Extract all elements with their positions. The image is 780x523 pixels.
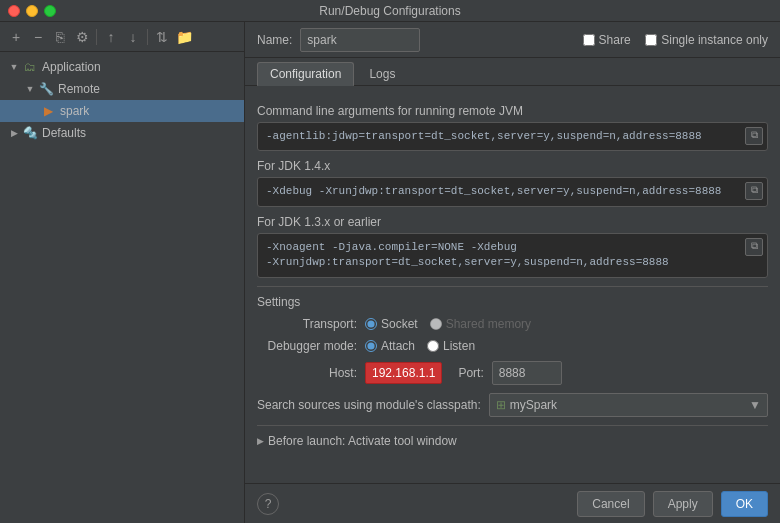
sidebar-item-defaults[interactable]: ▶ 🔩 Defaults [0,122,244,144]
copy-config-button[interactable]: ⎘ [50,27,70,47]
before-launch-expand-icon: ▶ [257,436,264,446]
module-icon: ⊞ [496,398,506,412]
host-value-text: 192.168.1.1 [372,366,435,380]
jdk13-args-text: -Xnoagent -Djava.compiler=NONE -Xdebug -… [266,241,669,268]
transport-socket-radio[interactable] [365,318,377,330]
help-button[interactable]: ? [257,493,279,515]
spark-label: spark [60,104,89,118]
separator-2 [147,29,148,45]
defaults-icon: 🔩 [22,125,38,141]
bottom-bar: ? Cancel Apply OK [245,483,780,523]
jvm-args-text: -agentlib:jdwp=transport=dt_socket,serve… [266,130,702,142]
expand-arrow-application: ▼ [8,61,20,73]
debugger-listen-radio[interactable] [427,340,439,352]
transport-shared-memory-radio [430,318,442,330]
host-label: Host: [257,366,357,380]
settings-button[interactable]: ⚙ [72,27,92,47]
copy-jvm-args-button[interactable]: ⧉ [745,127,763,145]
name-label: Name: [257,33,292,47]
copy-jdk13-button[interactable]: ⧉ [745,238,763,256]
debugger-attach-label: Attach [381,339,415,353]
remove-config-button[interactable]: − [28,27,48,47]
single-instance-checkbox[interactable] [645,34,657,46]
minimize-button[interactable] [26,5,38,17]
sidebar-item-spark[interactable]: ▶ spark [0,100,244,122]
before-launch-header[interactable]: ▶ Before launch: Activate tool window [257,434,768,448]
bottom-actions: Cancel Apply OK [577,491,768,517]
settings-title: Settings [257,295,768,309]
tab-configuration[interactable]: Configuration [257,62,354,86]
window-title: Run/Debug Configurations [319,4,460,18]
debugger-attach-radio[interactable] [365,340,377,352]
module-dropdown-icon: ▼ [749,398,761,412]
sort-button[interactable]: ⇅ [152,27,172,47]
window-controls[interactable] [8,5,56,17]
separator-1 [96,29,97,45]
close-button[interactable] [8,5,20,17]
module-classpath-label: Search sources using module's classpath: [257,398,481,412]
main-container: + − ⎘ ⚙ ↑ ↓ ⇅ 📁 ▼ 🗂 Application ▼ 🔧 Rem [0,22,780,523]
share-checkbox[interactable] [583,34,595,46]
move-down-button[interactable]: ↓ [123,27,143,47]
spark-icon: ▶ [40,103,56,119]
jdk13-label: For JDK 1.3.x or earlier [257,215,768,229]
transport-label: Transport: [257,317,357,331]
name-input[interactable] [300,28,420,52]
debugger-mode-label: Debugger mode: [257,339,357,353]
tab-logs[interactable]: Logs [356,62,408,86]
debugger-listen-label: Listen [443,339,475,353]
application-label: Application [42,60,101,74]
share-label-text: Share [599,33,631,47]
single-instance-label: Single instance only [661,33,768,47]
jvm-section-label: Command line arguments for running remot… [257,104,768,118]
folder-button[interactable]: 📁 [174,27,194,47]
transport-socket-label: Socket [381,317,418,331]
cancel-button[interactable]: Cancel [577,491,644,517]
add-config-button[interactable]: + [6,27,26,47]
module-select[interactable]: ⊞ mySpark ▼ [489,393,768,417]
share-section: Share Single instance only [583,33,768,47]
transport-radio-group: Socket Shared memory [365,317,531,331]
title-bar: Run/Debug Configurations [0,0,780,22]
debugger-listen-option[interactable]: Listen [427,339,475,353]
transport-shared-memory-option[interactable]: Shared memory [430,317,531,331]
jdk14-label: For JDK 1.4.x [257,159,768,173]
sidebar-toolbar: + − ⎘ ⚙ ↑ ↓ ⇅ 📁 [0,22,244,52]
sidebar: + − ⎘ ⚙ ↑ ↓ ⇅ 📁 ▼ 🗂 Application ▼ 🔧 Rem [0,22,245,523]
port-label: Port: [458,366,483,380]
remote-label: Remote [58,82,100,96]
expand-arrow-remote: ▼ [24,83,36,95]
before-launch-section: ▶ Before launch: Activate tool window [257,425,768,448]
remote-icon: 🔧 [38,81,54,97]
before-launch-label: Before launch: Activate tool window [268,434,457,448]
apply-button[interactable]: Apply [653,491,713,517]
debugger-mode-radio-group: Attach Listen [365,339,475,353]
maximize-button[interactable] [44,5,56,17]
sidebar-tree: ▼ 🗂 Application ▼ 🔧 Remote ▶ spark ▶ [0,52,244,523]
module-value-text: mySpark [510,398,557,412]
settings-section: Settings Transport: Socket Shared memory [257,286,768,385]
tabs-bar: Configuration Logs [245,58,780,86]
host-input[interactable]: 192.168.1.1 [365,362,442,384]
ok-button[interactable]: OK [721,491,768,517]
jvm-args-block: -agentlib:jdwp=transport=dt_socket,serve… [257,122,768,151]
application-icon: 🗂 [22,59,38,75]
transport-shared-memory-label: Shared memory [446,317,531,331]
debugger-mode-row: Debugger mode: Attach Listen [257,339,768,353]
transport-socket-option[interactable]: Socket [365,317,418,331]
defaults-label: Defaults [42,126,86,140]
copy-jdk14-button[interactable]: ⧉ [745,182,763,200]
expand-arrow-defaults: ▶ [8,127,20,139]
sidebar-item-application[interactable]: ▼ 🗂 Application [0,56,244,78]
jdk13-args-block: -Xnoagent -Djava.compiler=NONE -Xdebug -… [257,233,768,278]
debugger-attach-option[interactable]: Attach [365,339,415,353]
sidebar-item-remote[interactable]: ▼ 🔧 Remote [0,78,244,100]
transport-row: Transport: Socket Shared memory [257,317,768,331]
host-port-row: Host: 192.168.1.1 Port: [257,361,768,385]
right-panel: Name: Share Single instance only Configu… [245,22,780,523]
jdk14-args-text: -Xdebug -Xrunjdwp:transport=dt_socket,se… [266,185,721,197]
port-input[interactable] [492,361,562,385]
move-up-button[interactable]: ↑ [101,27,121,47]
config-header: Name: Share Single instance only [245,22,780,58]
module-classpath-row: Search sources using module's classpath:… [257,393,768,417]
